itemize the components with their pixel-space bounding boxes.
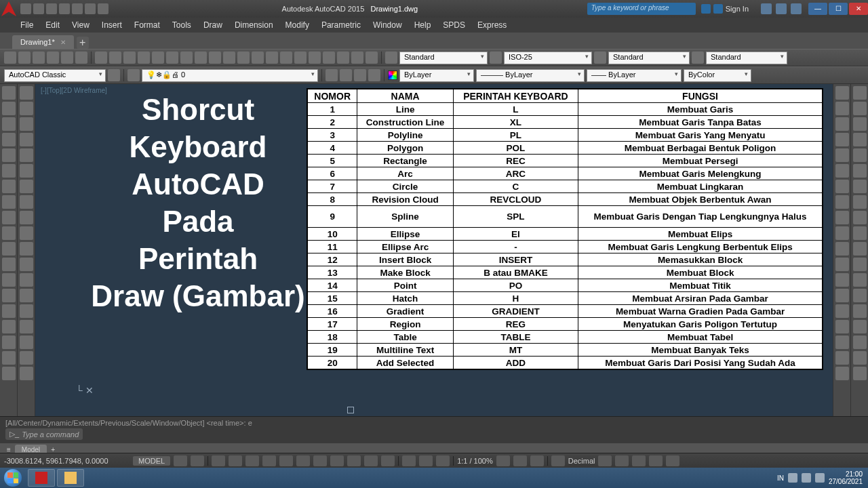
palette-tool-icon[interactable] bbox=[20, 211, 33, 224]
palette-tool-icon[interactable] bbox=[853, 86, 867, 100]
palette-tool-icon[interactable] bbox=[20, 102, 33, 115]
palette-tool-icon[interactable] bbox=[835, 226, 849, 240]
palette-tool-icon[interactable] bbox=[20, 148, 33, 162]
palette-tool-icon[interactable] bbox=[2, 133, 16, 146]
help-search-input[interactable]: Type a keyword or phrase bbox=[587, 3, 696, 15]
tray-network-icon[interactable] bbox=[802, 473, 811, 483]
modelspace-button[interactable]: MODEL bbox=[133, 456, 170, 466]
palette-tool-icon[interactable] bbox=[853, 242, 867, 256]
taskbar-explorer[interactable] bbox=[57, 469, 84, 487]
palette-tool-icon[interactable] bbox=[2, 117, 16, 131]
palette-tool-icon[interactable] bbox=[835, 289, 849, 302]
palette-tool-icon[interactable] bbox=[2, 336, 16, 349]
palette-tool-icon[interactable] bbox=[20, 304, 33, 318]
layer-manager-icon[interactable] bbox=[127, 69, 140, 81]
tb-icon[interactable] bbox=[368, 69, 380, 81]
menu-help[interactable]: Help bbox=[414, 20, 431, 30]
color-dropdown[interactable]: ByLayer bbox=[399, 69, 474, 82]
ortho-toggle-icon[interactable] bbox=[212, 455, 225, 466]
close-tab-icon[interactable]: ✕ bbox=[60, 39, 66, 46]
tb-icon[interactable] bbox=[309, 52, 321, 64]
color-swatch-icon[interactable] bbox=[388, 70, 397, 80]
tb-icon[interactable] bbox=[237, 52, 250, 64]
help-icon[interactable] bbox=[791, 3, 802, 14]
menu-dimension[interactable]: Dimension bbox=[235, 20, 273, 30]
tb-icon[interactable] bbox=[252, 52, 264, 64]
tb-icon[interactable] bbox=[75, 52, 87, 64]
palette-tool-icon[interactable] bbox=[20, 133, 33, 146]
tb-icon[interactable] bbox=[152, 52, 164, 64]
plotstyle-dropdown[interactable]: ByColor bbox=[684, 69, 751, 82]
tablestyle-dropdown[interactable]: Standard bbox=[608, 52, 690, 64]
status-icon[interactable] bbox=[530, 455, 544, 466]
palette-tool-icon[interactable] bbox=[2, 195, 16, 209]
palette-tool-icon[interactable] bbox=[20, 242, 33, 256]
a360-icon[interactable] bbox=[776, 3, 787, 14]
palette-tool-icon[interactable] bbox=[835, 102, 849, 115]
palette-tool-icon[interactable] bbox=[20, 180, 33, 193]
palette-tool-icon[interactable] bbox=[835, 211, 849, 224]
status-icon[interactable] bbox=[551, 455, 565, 466]
palette-tool-icon[interactable] bbox=[2, 367, 16, 380]
dyn-toggle-icon[interactable] bbox=[313, 455, 327, 466]
status-icon[interactable] bbox=[419, 455, 433, 466]
textstyle-icon[interactable] bbox=[385, 52, 397, 64]
palette-tool-icon[interactable] bbox=[853, 273, 867, 287]
tb-icon[interactable] bbox=[123, 52, 136, 64]
palette-tool-icon[interactable] bbox=[853, 102, 867, 115]
palette-tool-icon[interactable] bbox=[2, 242, 16, 256]
qat-open-icon[interactable] bbox=[33, 3, 44, 14]
palette-tool-icon[interactable] bbox=[2, 351, 16, 365]
menu-parametric[interactable]: Parametric bbox=[321, 20, 361, 30]
tb-icon[interactable] bbox=[266, 52, 278, 64]
layer-dropdown[interactable]: 💡❄🔒🖨 0 bbox=[142, 69, 318, 82]
tb-icon[interactable] bbox=[109, 52, 121, 64]
infocenter-icon[interactable] bbox=[701, 4, 711, 14]
palette-tool-icon[interactable] bbox=[20, 289, 33, 302]
exchange-icon[interactable] bbox=[761, 3, 772, 14]
palette-tool-icon[interactable] bbox=[835, 180, 849, 193]
qat-saveas-icon[interactable] bbox=[59, 3, 70, 14]
menu-draw[interactable]: Draw bbox=[203, 20, 222, 30]
palette-tool-icon[interactable] bbox=[853, 258, 867, 271]
menu-view[interactable]: View bbox=[72, 20, 90, 30]
palette-tool-icon[interactable] bbox=[20, 226, 33, 240]
tb-icon[interactable] bbox=[366, 52, 378, 64]
palette-tool-icon[interactable] bbox=[20, 117, 33, 131]
palette-tool-icon[interactable] bbox=[2, 102, 16, 115]
document-tab[interactable]: Drawing1* ✕ bbox=[12, 35, 74, 49]
palette-tool-icon[interactable] bbox=[835, 273, 849, 287]
palette-tool-icon[interactable] bbox=[2, 289, 16, 302]
tb-icon[interactable] bbox=[18, 52, 31, 64]
layout-menu-icon[interactable]: ≡ bbox=[3, 446, 15, 453]
palette-tool-icon[interactable] bbox=[20, 195, 33, 209]
palette-tool-icon[interactable] bbox=[853, 195, 867, 209]
palette-tool-icon[interactable] bbox=[835, 133, 849, 146]
menu-window[interactable]: Window bbox=[373, 20, 402, 30]
tb-icon[interactable] bbox=[166, 52, 178, 64]
tb-icon[interactable] bbox=[326, 69, 338, 81]
palette-tool-icon[interactable] bbox=[20, 258, 33, 271]
palette-tool-icon[interactable] bbox=[853, 289, 867, 302]
palette-tool-icon[interactable] bbox=[2, 258, 16, 271]
dimstyle-icon[interactable] bbox=[490, 52, 502, 64]
tb-icon[interactable] bbox=[195, 52, 207, 64]
transparency-toggle-icon[interactable] bbox=[347, 455, 361, 466]
grid-toggle-icon[interactable] bbox=[174, 455, 187, 466]
palette-tool-icon[interactable] bbox=[20, 320, 33, 333]
status-icon[interactable] bbox=[496, 455, 510, 466]
menu-modify[interactable]: Modify bbox=[285, 20, 309, 30]
palette-tool-icon[interactable] bbox=[853, 180, 867, 193]
taskbar-autocad[interactable] bbox=[28, 469, 55, 487]
tb-icon[interactable] bbox=[354, 69, 366, 81]
menu-format[interactable]: Format bbox=[134, 20, 160, 30]
app-logo-icon[interactable] bbox=[1, 1, 16, 16]
status-icon[interactable] bbox=[513, 455, 527, 466]
palette-tool-icon[interactable] bbox=[20, 86, 33, 100]
qat-redo-icon[interactable] bbox=[98, 3, 108, 14]
palette-tool-icon[interactable] bbox=[835, 195, 849, 209]
palette-tool-icon[interactable] bbox=[835, 117, 849, 131]
tb-icon[interactable] bbox=[223, 52, 235, 64]
palette-tool-icon[interactable] bbox=[20, 164, 33, 178]
linetype-dropdown[interactable]: ——— ByLayer bbox=[476, 69, 585, 82]
